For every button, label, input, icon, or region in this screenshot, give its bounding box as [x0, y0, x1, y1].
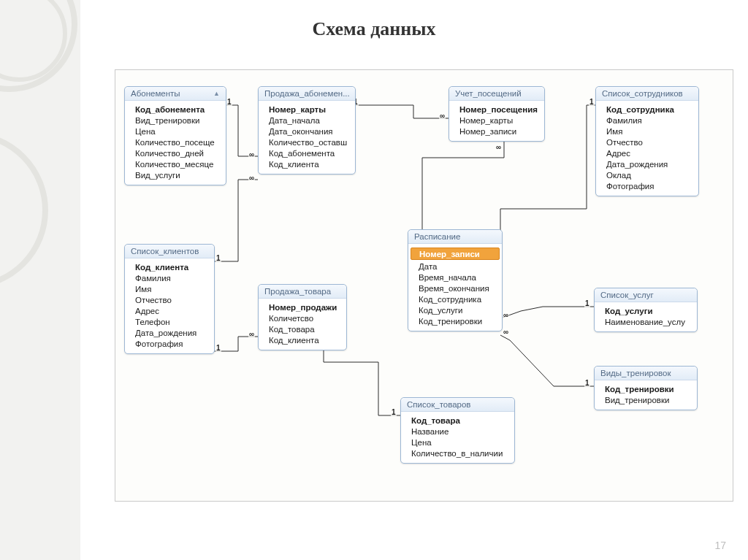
field[interactable]: Код_товара — [401, 415, 514, 426]
field[interactable]: Вид_услуги — [125, 169, 226, 180]
field[interactable]: Название — [401, 426, 514, 437]
field[interactable]: Время_окончания — [408, 283, 502, 294]
cardinality-one: 1 — [584, 299, 590, 307]
table-header[interactable]: Виды_тренировок — [595, 367, 697, 380]
field[interactable]: Фамилия — [125, 272, 214, 283]
field[interactable]: Номер_записи — [449, 126, 544, 137]
table-header[interactable]: Продажа_товара — [259, 285, 346, 299]
table-header[interactable]: Список_клиентов — [125, 245, 214, 258]
table-title: Учет_посещений — [455, 89, 522, 98]
field[interactable]: Количество_оставш — [259, 137, 355, 147]
table-sell-goods[interactable]: Продажа_товара Номер_продажи Количетсво … — [258, 284, 347, 350]
field[interactable]: Отчество — [596, 137, 698, 147]
field[interactable]: Количетсво — [259, 312, 346, 323]
field[interactable]: Фотография — [596, 180, 698, 191]
slide-title: Схема данных — [0, 18, 748, 40]
field[interactable]: Дата_окончания — [259, 126, 355, 137]
field[interactable]: Код_клиента — [259, 158, 355, 169]
decorative-sideband — [0, 0, 80, 560]
field[interactable]: Номер_карты — [449, 115, 544, 126]
cardinality-one: 1 — [584, 379, 590, 387]
table-title: Продажа_абонемен... — [264, 89, 350, 98]
table-trainings[interactable]: Виды_тренировок Код_тренировки Вид_трени… — [594, 366, 698, 410]
field[interactable]: Код_тренировки — [408, 315, 502, 326]
field[interactable]: Цена — [125, 126, 226, 137]
field[interactable]: Код_услуги — [408, 304, 502, 315]
field[interactable]: Код_сотрудника — [408, 294, 502, 304]
field[interactable]: Номер_карты — [259, 104, 355, 115]
table-header[interactable]: Продажа_абонемен... — [259, 87, 355, 101]
table-title: Абонементы — [131, 89, 180, 98]
table-goods[interactable]: Список_товаров Код_товара Название Цена … — [400, 397, 515, 464]
cardinality-one: 1 — [215, 254, 221, 262]
field[interactable]: Код_товара — [259, 323, 346, 334]
cardinality-many — [503, 311, 509, 319]
field[interactable]: Номер_продажи — [259, 302, 346, 312]
slide-number: 17 — [714, 540, 726, 551]
field[interactable]: Дата_рождения — [125, 327, 214, 338]
table-title: Расписание — [414, 232, 460, 241]
cardinality-many — [503, 328, 509, 336]
table-header[interactable]: Расписание — [408, 230, 502, 244]
field[interactable]: Адрес — [125, 305, 214, 316]
table-clients[interactable]: Список_клиентов Код_клиента Фамилия Имя … — [124, 244, 215, 354]
table-title: Список_клиентов — [131, 247, 199, 256]
field-list: Код_абонемента Вид_тренировки Цена Колич… — [125, 101, 226, 185]
field[interactable]: Отчество — [125, 294, 214, 305]
field[interactable]: Количество_в_наличии — [401, 448, 514, 459]
field[interactable]: Код_сотрудника — [596, 104, 698, 115]
field[interactable]: Дата — [408, 261, 502, 272]
field[interactable]: Фотография — [125, 338, 214, 349]
table-schedule[interactable]: Расписание Номер_записи Дата Время_начал… — [408, 229, 503, 331]
field[interactable]: Цена — [401, 437, 514, 448]
field[interactable]: Фамилия — [596, 115, 698, 126]
cardinality-many — [248, 150, 255, 158]
field[interactable]: Количество_дней — [125, 147, 226, 158]
field[interactable]: Имя — [125, 283, 214, 294]
table-services[interactable]: Список_услуг Код_услуги Наименование_усл… — [594, 288, 698, 332]
field[interactable]: Количество_посеще — [125, 137, 226, 147]
field[interactable]: Код_услуги — [595, 305, 697, 316]
cardinality-many — [248, 174, 255, 182]
field[interactable]: Телефон — [125, 316, 214, 327]
table-title: Список_услуг — [600, 291, 654, 299]
field-selected[interactable]: Номер_записи — [411, 248, 500, 260]
diagram-frame: 1 1 1 1 1 1 1 1 Абонементы ▲ — [115, 69, 733, 502]
table-header[interactable]: Список_товаров — [401, 398, 514, 412]
field[interactable]: Код_тренировки — [595, 383, 697, 394]
table-header[interactable]: Список_сотрудников — [596, 87, 698, 101]
table-title: Виды_тренировок — [600, 369, 671, 377]
field[interactable]: Номер_посещения — [449, 104, 544, 115]
field[interactable]: Время_начала — [408, 272, 502, 283]
table-staff[interactable]: Список_сотрудников Код_сотрудника Фамили… — [595, 86, 699, 196]
cardinality-many — [439, 112, 446, 120]
cardinality-one: 1 — [215, 344, 221, 352]
chevron-up-icon: ▲ — [213, 90, 220, 97]
field[interactable]: Наименование_услу — [595, 316, 697, 327]
field[interactable]: Дата_рождения — [596, 158, 698, 169]
field[interactable]: Код_клиента — [125, 261, 214, 272]
cardinality-many — [495, 143, 502, 151]
field[interactable]: Количество_месяце — [125, 158, 226, 169]
relationships-canvas[interactable]: 1 1 1 1 1 1 1 1 Абонементы ▲ — [115, 70, 733, 501]
field[interactable]: Адрес — [596, 147, 698, 158]
table-title: Список_сотрудников — [602, 89, 683, 98]
cardinality-many — [248, 330, 255, 338]
field[interactable]: Оклад — [596, 169, 698, 180]
table-abonements[interactable]: Абонементы ▲ Код_абонемента Вид_трениров… — [124, 86, 226, 185]
table-header[interactable]: Абонементы ▲ — [125, 87, 226, 101]
field[interactable]: Код_абонемента — [125, 104, 226, 115]
field[interactable]: Код_абонемента — [259, 147, 355, 158]
table-header[interactable]: Список_услуг — [595, 288, 697, 302]
table-visits[interactable]: Учет_посещений Номер_посещения Номер_кар… — [449, 86, 545, 142]
field[interactable]: Имя — [596, 126, 698, 137]
field[interactable]: Вид_тренировки — [595, 394, 697, 405]
table-header[interactable]: Учет_посещений — [449, 87, 544, 101]
field[interactable]: Вид_тренировки — [125, 115, 226, 126]
field[interactable]: Дата_начала — [259, 115, 355, 126]
field[interactable]: Код_клиента — [259, 334, 346, 345]
table-title: Список_товаров — [407, 400, 470, 409]
table-sell-abonements[interactable]: Продажа_абонемен... Номер_карты Дата_нач… — [258, 86, 356, 174]
table-title: Продажа_товара — [264, 287, 331, 296]
cardinality-one: 1 — [391, 408, 397, 416]
